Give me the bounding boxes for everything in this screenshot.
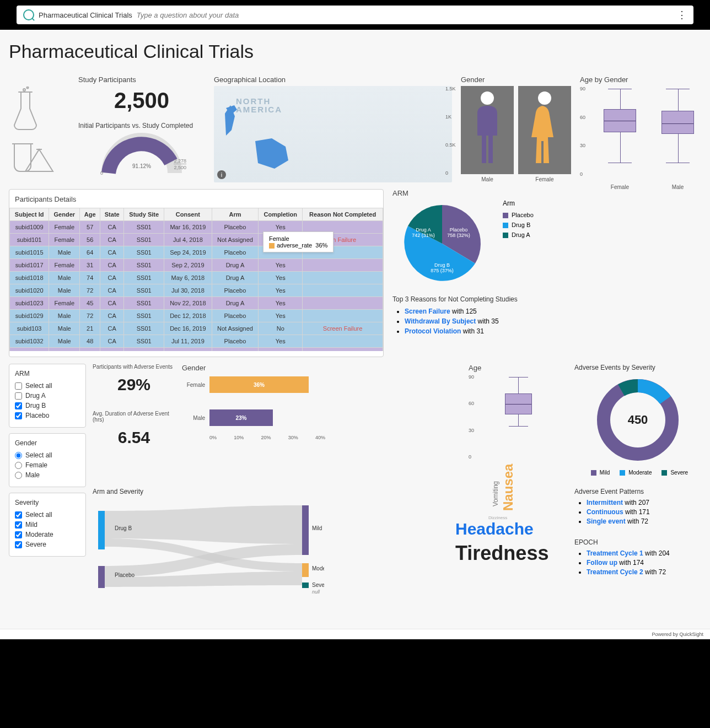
filter-option[interactable]: Moderate xyxy=(15,531,80,538)
kpi-adverse-label: Participants with Adverse Events xyxy=(93,364,175,370)
legend-swatch-icon xyxy=(503,213,508,218)
gender-population-chart[interactable]: 1.5K1K0.5K0 Male Female xyxy=(461,86,571,182)
filter-option[interactable]: Drug B xyxy=(15,402,80,409)
svg-rect-11 xyxy=(98,511,105,549)
patterns-list: Intermittent with 207Continuous with 171… xyxy=(574,499,701,525)
filter-severity-card: Severity Select allMildModerateSevere xyxy=(9,493,86,557)
insight-link[interactable]: Continuous xyxy=(587,508,623,516)
filter-option[interactable]: Select all xyxy=(15,451,80,459)
kpi-duration-label: Avg. Duration of Adverse Event (hrs) xyxy=(93,411,175,423)
legend-item[interactable]: Drug B xyxy=(503,222,534,228)
filter-option[interactable]: Placebo xyxy=(15,412,80,419)
arm-pie-title: ARM xyxy=(392,189,701,197)
filter-option[interactable]: Select all xyxy=(15,511,80,519)
checkbox-input[interactable] xyxy=(15,511,22,519)
table-header[interactable]: Gender xyxy=(49,208,80,221)
legend-item[interactable]: Placebo xyxy=(503,212,534,218)
arm-severity-sankey[interactable]: Drug B Placebo Mild Moderate Severe null xyxy=(93,500,324,605)
svg-point-2 xyxy=(481,91,494,105)
table-header[interactable]: Reason Not Completed xyxy=(303,208,383,221)
info-icon[interactable]: i xyxy=(217,170,226,179)
insight-link[interactable]: Follow up xyxy=(587,559,617,567)
table-header[interactable]: Completion xyxy=(259,208,303,221)
q-search-bar[interactable]: Pharmaceutical Clinical Trials ⋮ xyxy=(17,6,693,24)
top-reasons-title: Top 3 Reasons for Not Completing Studies xyxy=(392,295,701,303)
gauge-min: 0 xyxy=(100,170,103,176)
insight-link[interactable]: Treatment Cycle 1 xyxy=(587,549,643,557)
table-row[interactable]: subid1018Male74CASS01May 6, 2018Drug AYe… xyxy=(10,272,383,284)
donut-legend: MildModerateSevere xyxy=(574,470,701,476)
filter-option[interactable]: Select all xyxy=(15,382,80,390)
insight-link[interactable]: Withdrawal By Subject xyxy=(405,317,476,325)
checkbox-input[interactable] xyxy=(15,402,22,409)
table-row[interactable]: subid1032Male48CASS01Jul 11, 2019Placebo… xyxy=(10,335,383,348)
table-row[interactable]: subid1017Female31CASS01Sep 2, 2019Drug A… xyxy=(10,259,383,272)
filter-option[interactable]: Male xyxy=(15,471,80,479)
legend-item[interactable]: Moderate xyxy=(616,470,652,476)
radio-input[interactable] xyxy=(15,472,22,479)
svg-rect-13 xyxy=(302,505,309,555)
age-boxplot[interactable]: 9060300 xyxy=(469,374,568,465)
filter-arm-card: ARM Select allDrug ADrug BPlacebo xyxy=(9,364,86,428)
search-input[interactable] xyxy=(137,11,673,19)
radio-input[interactable] xyxy=(15,462,22,469)
tooltip-swatch-icon xyxy=(269,243,275,249)
kpi-participants-label: Study Participants xyxy=(78,76,205,84)
checkbox-input[interactable] xyxy=(15,412,22,419)
list-item: Protocol Violation with 31 xyxy=(405,327,701,335)
insight-link[interactable]: Treatment Cycle 2 xyxy=(587,568,643,576)
list-item: Withdrawal By Subject with 35 xyxy=(405,317,701,325)
insight-link[interactable]: Single event xyxy=(587,517,626,525)
table-row[interactable]: subid1020Male72CASS01Jul 30, 2018Placebo… xyxy=(10,284,383,297)
table-header[interactable]: Arm xyxy=(212,208,259,221)
filter-option[interactable]: Drug A xyxy=(15,392,80,400)
completion-gauge-chart[interactable]: 91.12% 0 2,278 2,500 xyxy=(100,132,183,176)
insight-link[interactable]: Intermittent xyxy=(587,499,623,506)
table-header[interactable]: Consent xyxy=(164,208,212,221)
list-item: Intermittent with 207 xyxy=(587,499,701,506)
insight-link[interactable]: Protocol Violation xyxy=(405,327,461,335)
table-row[interactable]: subid1023Female45CASS01Nov 22, 2018Drug … xyxy=(10,297,383,310)
table-header[interactable]: Subject Id xyxy=(10,208,49,221)
participants-table[interactable]: Subject IdGenderAgeStateStudy SiteConsen… xyxy=(9,208,383,351)
kebab-menu-icon[interactable]: ⋮ xyxy=(677,9,687,21)
table-row[interactable]: subid1034Female40CASS01Jan 28, 2019Drug … xyxy=(10,348,383,352)
legend-swatch-icon xyxy=(661,470,667,476)
checkbox-input[interactable] xyxy=(15,541,22,548)
arm-pie-chart[interactable]: Placebo 758 (32%) Drug B 875 (37%) Drug … xyxy=(392,199,492,288)
checkbox-input[interactable] xyxy=(15,521,22,529)
table-row[interactable]: subid1029Male72CASS01Dec 12, 2018Placebo… xyxy=(10,310,383,322)
filter-option[interactable]: Female xyxy=(15,461,80,469)
severity-donut-chart[interactable]: 450 xyxy=(594,376,682,464)
filter-option[interactable]: Severe xyxy=(15,541,80,548)
geographic-map-chart[interactable]: NORTHAMERICA i xyxy=(214,86,452,182)
table-header[interactable]: Study Site xyxy=(124,208,164,221)
gauge-value: 2,278 xyxy=(174,158,186,164)
donut-total: 450 xyxy=(628,413,648,427)
participants-table-card: Participants Details Subject IdGenderAge… xyxy=(9,189,384,357)
legend-item[interactable]: Mild xyxy=(588,470,610,476)
gauge-percent: 91.12% xyxy=(100,163,183,169)
legend-swatch-icon xyxy=(591,470,596,476)
svg-text:null: null xyxy=(312,589,320,595)
table-header[interactable]: State xyxy=(100,208,124,221)
gender-adverse-barchart[interactable]: Female36% Male23% 0%10%20%30%40% xyxy=(182,376,462,440)
svg-text:742 (31%): 742 (31%) xyxy=(412,233,435,238)
patterns-title: Adverse Event Patterns xyxy=(574,488,701,495)
checkbox-input[interactable] xyxy=(15,392,22,400)
radio-input[interactable] xyxy=(15,452,22,459)
age-by-gender-boxplot[interactable]: 9060300 Female xyxy=(580,86,701,182)
filter-option[interactable]: Mild xyxy=(15,521,80,529)
checkbox-input[interactable] xyxy=(15,382,22,390)
legend-item[interactable]: Drug A xyxy=(503,231,534,238)
legend-item[interactable]: Severe xyxy=(658,470,688,476)
checkbox-input[interactable] xyxy=(15,531,22,538)
adverse-event-wordcloud[interactable]: Dizziness Vomiting Nausea Headache Tired… xyxy=(455,493,566,565)
table-row[interactable]: subid103Male21CASS01Dec 16, 2019Not Assi… xyxy=(10,322,383,335)
svg-text:Drug B: Drug B xyxy=(115,525,132,531)
list-item: Continuous with 171 xyxy=(587,508,701,516)
table-header[interactable]: Age xyxy=(80,208,100,221)
svg-text:875 (37%): 875 (37%) xyxy=(431,268,454,273)
list-item: Treatment Cycle 1 with 204 xyxy=(587,549,701,557)
insight-link[interactable]: Screen Failure xyxy=(405,308,450,315)
